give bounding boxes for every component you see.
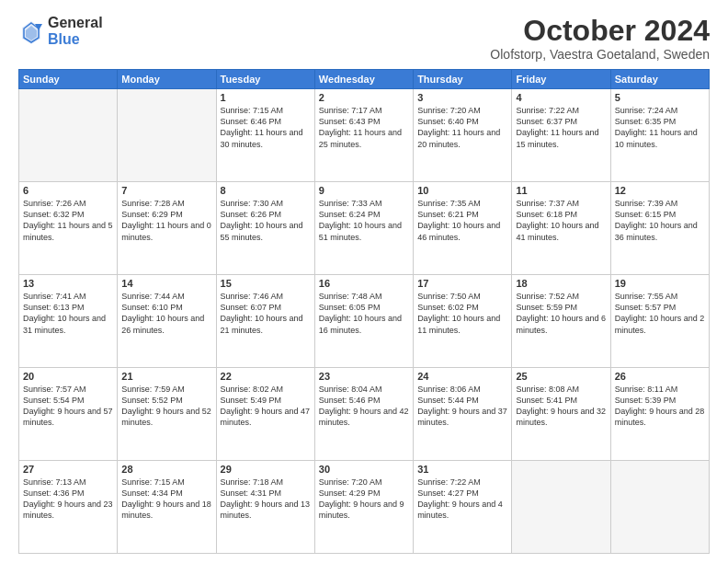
cell-info: Sunrise: 7:39 AMSunset: 6:15 PMDaylight:… [615,198,705,243]
cell-info: Sunrise: 7:44 AMSunset: 6:10 PMDaylight:… [121,291,211,336]
calendar-empty-cell [610,461,709,554]
cell-info: Sunrise: 7:55 AMSunset: 5:57 PMDaylight:… [615,291,705,336]
calendar-header-wednesday: Wednesday [314,70,413,89]
calendar-header-friday: Friday [512,70,610,89]
day-number: 25 [516,371,606,382]
cell-info: Sunrise: 7:26 AMSunset: 6:32 PMDaylight:… [23,198,113,243]
day-number: 9 [319,185,409,196]
calendar-day-16: 16Sunrise: 7:48 AMSunset: 6:05 PMDayligh… [314,275,413,368]
calendar-day-27: 27Sunrise: 7:13 AMSunset: 4:36 PMDayligh… [19,461,118,554]
day-number: 6 [23,185,113,196]
cell-info: Sunrise: 8:08 AMSunset: 5:41 PMDaylight:… [516,384,606,429]
calendar-day-13: 13Sunrise: 7:41 AMSunset: 6:13 PMDayligh… [19,275,118,368]
calendar-header-row: SundayMondayTuesdayWednesdayThursdayFrid… [19,70,710,89]
calendar-day-11: 11Sunrise: 7:37 AMSunset: 6:18 PMDayligh… [512,182,610,275]
calendar-day-4: 4Sunrise: 7:22 AMSunset: 6:37 PMDaylight… [512,89,610,182]
calendar-day-3: 3Sunrise: 7:20 AMSunset: 6:40 PMDaylight… [414,89,512,182]
calendar-day-5: 5Sunrise: 7:24 AMSunset: 6:35 PMDaylight… [610,89,709,182]
header: General Blue October 2024 Olofstorp, Vae… [18,15,710,62]
calendar-day-21: 21Sunrise: 7:59 AMSunset: 5:52 PMDayligh… [118,368,216,461]
day-number: 11 [516,185,606,196]
day-number: 5 [615,92,705,103]
day-number: 27 [23,464,113,475]
calendar-day-18: 18Sunrise: 7:52 AMSunset: 5:59 PMDayligh… [512,275,610,368]
cell-info: Sunrise: 8:04 AMSunset: 5:46 PMDaylight:… [319,384,409,429]
cell-info: Sunrise: 7:46 AMSunset: 6:07 PMDaylight:… [221,291,311,336]
cell-info: Sunrise: 7:20 AMSunset: 6:40 PMDaylight:… [417,105,507,150]
cell-info: Sunrise: 7:30 AMSunset: 6:26 PMDaylight:… [221,198,311,243]
cell-info: Sunrise: 7:13 AMSunset: 4:36 PMDaylight:… [23,477,113,522]
calendar-header-thursday: Thursday [414,70,512,89]
cell-info: Sunrise: 7:24 AMSunset: 6:35 PMDaylight:… [615,105,705,150]
day-number: 4 [516,92,606,103]
cell-info: Sunrise: 7:17 AMSunset: 6:43 PMDaylight:… [319,105,409,150]
day-number: 7 [121,185,211,196]
calendar-header-sunday: Sunday [19,70,118,89]
day-number: 10 [417,185,507,196]
calendar-day-22: 22Sunrise: 8:02 AMSunset: 5:49 PMDayligh… [216,368,314,461]
cell-info: Sunrise: 7:57 AMSunset: 5:54 PMDaylight:… [23,384,113,429]
logo: General Blue [18,15,103,47]
cell-info: Sunrise: 7:41 AMSunset: 6:13 PMDaylight:… [23,291,113,336]
day-number: 17 [417,278,507,289]
day-number: 15 [221,278,311,289]
calendar-week-3: 13Sunrise: 7:41 AMSunset: 6:13 PMDayligh… [19,275,710,368]
calendar: SundayMondayTuesdayWednesdayThursdayFrid… [18,69,710,554]
calendar-day-2: 2Sunrise: 7:17 AMSunset: 6:43 PMDaylight… [314,89,413,182]
calendar-day-12: 12Sunrise: 7:39 AMSunset: 6:15 PMDayligh… [610,182,709,275]
cell-info: Sunrise: 7:15 AMSunset: 4:34 PMDaylight:… [121,477,211,522]
calendar-day-25: 25Sunrise: 8:08 AMSunset: 5:41 PMDayligh… [512,368,610,461]
day-number: 13 [23,278,113,289]
calendar-day-10: 10Sunrise: 7:35 AMSunset: 6:21 PMDayligh… [414,182,512,275]
day-number: 16 [319,278,409,289]
cell-info: Sunrise: 7:33 AMSunset: 6:24 PMDaylight:… [319,198,409,243]
cell-info: Sunrise: 7:28 AMSunset: 6:29 PMDaylight:… [121,198,211,243]
day-number: 8 [221,185,311,196]
day-number: 21 [121,371,211,382]
day-number: 23 [319,371,409,382]
calendar-empty-cell [19,89,118,182]
day-number: 26 [615,371,705,382]
calendar-day-20: 20Sunrise: 7:57 AMSunset: 5:54 PMDayligh… [19,368,118,461]
day-number: 1 [221,92,311,103]
day-number: 20 [23,371,113,382]
calendar-empty-cell [512,461,610,554]
calendar-day-31: 31Sunrise: 7:22 AMSunset: 4:27 PMDayligh… [414,461,512,554]
calendar-day-30: 30Sunrise: 7:20 AMSunset: 4:29 PMDayligh… [314,461,413,554]
calendar-day-28: 28Sunrise: 7:15 AMSunset: 4:34 PMDayligh… [118,461,216,554]
logo-text: General Blue [48,15,103,47]
calendar-day-19: 19Sunrise: 7:55 AMSunset: 5:57 PMDayligh… [610,275,709,368]
calendar-day-26: 26Sunrise: 8:11 AMSunset: 5:39 PMDayligh… [610,368,709,461]
calendar-day-8: 8Sunrise: 7:30 AMSunset: 6:26 PMDaylight… [216,182,314,275]
month-title: October 2024 [490,15,710,47]
calendar-day-14: 14Sunrise: 7:44 AMSunset: 6:10 PMDayligh… [118,275,216,368]
page: General Blue October 2024 Olofstorp, Vae… [0,0,728,563]
cell-info: Sunrise: 7:22 AMSunset: 4:27 PMDaylight:… [417,477,507,522]
cell-info: Sunrise: 7:37 AMSunset: 6:18 PMDaylight:… [516,198,606,243]
cell-info: Sunrise: 7:52 AMSunset: 5:59 PMDaylight:… [516,291,606,336]
cell-info: Sunrise: 7:48 AMSunset: 6:05 PMDaylight:… [319,291,409,336]
calendar-week-5: 27Sunrise: 7:13 AMSunset: 4:36 PMDayligh… [19,461,710,554]
calendar-day-15: 15Sunrise: 7:46 AMSunset: 6:07 PMDayligh… [216,275,314,368]
day-number: 28 [121,464,211,475]
day-number: 18 [516,278,606,289]
cell-info: Sunrise: 8:11 AMSunset: 5:39 PMDaylight:… [615,384,705,429]
calendar-week-1: 1Sunrise: 7:15 AMSunset: 6:46 PMDaylight… [19,89,710,182]
day-number: 3 [417,92,507,103]
calendar-day-7: 7Sunrise: 7:28 AMSunset: 6:29 PMDaylight… [118,182,216,275]
day-number: 2 [319,92,409,103]
cell-info: Sunrise: 7:50 AMSunset: 6:02 PMDaylight:… [417,291,507,336]
cell-info: Sunrise: 7:15 AMSunset: 6:46 PMDaylight:… [221,105,311,150]
day-number: 31 [417,464,507,475]
day-number: 14 [121,278,211,289]
calendar-day-9: 9Sunrise: 7:33 AMSunset: 6:24 PMDaylight… [314,182,413,275]
calendar-header-monday: Monday [118,70,216,89]
cell-info: Sunrise: 7:22 AMSunset: 6:37 PMDaylight:… [516,105,606,150]
calendar-day-29: 29Sunrise: 7:18 AMSunset: 4:31 PMDayligh… [216,461,314,554]
logo-icon [18,18,44,44]
day-number: 12 [615,185,705,196]
cell-info: Sunrise: 7:18 AMSunset: 4:31 PMDaylight:… [221,477,311,522]
day-number: 19 [615,278,705,289]
calendar-week-4: 20Sunrise: 7:57 AMSunset: 5:54 PMDayligh… [19,368,710,461]
calendar-day-24: 24Sunrise: 8:06 AMSunset: 5:44 PMDayligh… [414,368,512,461]
